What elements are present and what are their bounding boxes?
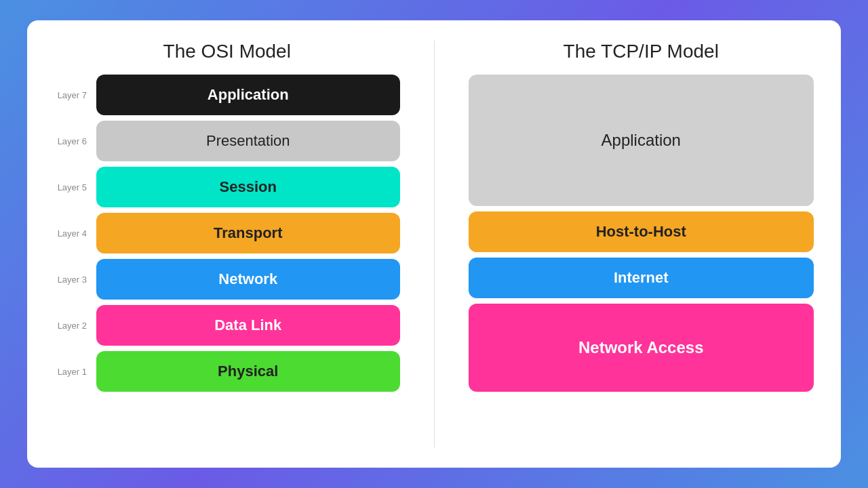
tcpip-layer-host-to-host: Host-to-Host bbox=[469, 211, 814, 252]
osi-section: The OSI Model Layer 7ApplicationLayer 6P… bbox=[54, 41, 400, 447]
osi-layer-presentation: Presentation bbox=[96, 121, 400, 161]
layer-row: Layer 7Application bbox=[54, 75, 400, 115]
layer-label: Layer 3 bbox=[54, 274, 87, 285]
layer-row: Layer 3Network bbox=[54, 259, 400, 300]
layer-row: Layer 5Session bbox=[54, 167, 400, 207]
osi-layer-session: Session bbox=[96, 167, 400, 207]
layer-label: Layer 1 bbox=[54, 367, 87, 377]
layer-row: Layer 1Physical bbox=[54, 351, 400, 392]
layer-label: Layer 6 bbox=[54, 136, 87, 146]
layer-label: Layer 4 bbox=[54, 228, 87, 239]
tcpip-title: The TCP/IP Model bbox=[564, 41, 719, 62]
osi-layer-transport: Transport bbox=[96, 213, 400, 253]
layer-label: Layer 5 bbox=[54, 182, 87, 192]
osi-layer-application: Application bbox=[96, 75, 400, 115]
osi-layer-network: Network bbox=[96, 259, 400, 300]
tcpip-layer-internet: Internet bbox=[469, 258, 814, 298]
layer-row: Layer 6Presentation bbox=[54, 121, 400, 161]
tcpip-layers: ApplicationHost-to-HostInternetNetwork A… bbox=[469, 75, 814, 392]
layer-label: Layer 2 bbox=[54, 321, 87, 331]
layer-row: Layer 4Transport bbox=[54, 213, 400, 253]
tcpip-layer-network-access: Network Access bbox=[469, 304, 814, 392]
osi-layers: Layer 7ApplicationLayer 6PresentationLay… bbox=[54, 75, 400, 392]
layer-label: Layer 7 bbox=[54, 90, 87, 100]
section-divider bbox=[434, 41, 435, 447]
osi-title: The OSI Model bbox=[163, 41, 291, 62]
layer-row: Layer 2Data Link bbox=[54, 305, 400, 346]
osi-layer-physical: Physical bbox=[96, 351, 400, 392]
main-card: The OSI Model Layer 7ApplicationLayer 6P… bbox=[27, 20, 841, 468]
tcpip-layer-application: Application bbox=[469, 75, 814, 206]
osi-layer-data-link: Data Link bbox=[96, 305, 400, 346]
tcpip-section: The TCP/IP Model ApplicationHost-to-Host… bbox=[469, 41, 814, 447]
